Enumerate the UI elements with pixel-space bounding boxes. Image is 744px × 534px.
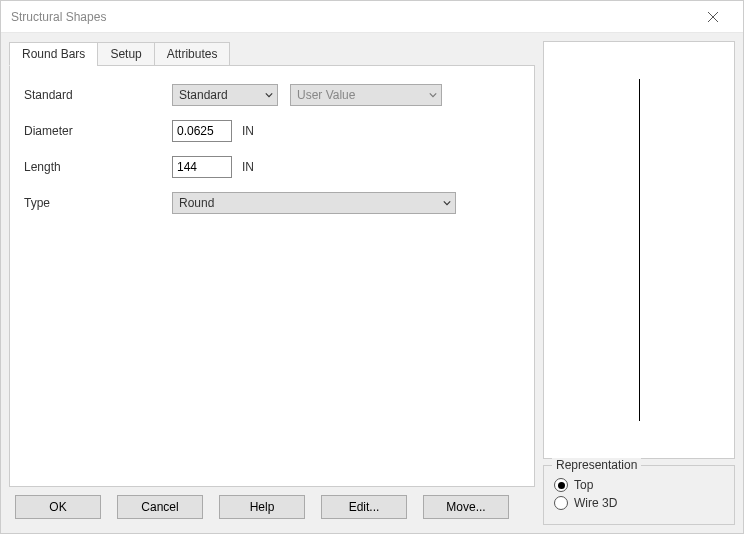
radio-label: Wire 3D	[574, 496, 617, 510]
dialog-window: Structural Shapes Round Bars Setup Attri…	[0, 0, 744, 534]
tab-label: Setup	[110, 47, 141, 61]
button-row: OK Cancel Help Edit... Move...	[9, 487, 535, 525]
radio-top[interactable]: Top	[554, 478, 724, 492]
tab-round-bars[interactable]: Round Bars	[9, 42, 98, 66]
cancel-button[interactable]: Cancel	[117, 495, 203, 519]
radio-icon	[554, 478, 568, 492]
row-length: Length IN	[24, 156, 520, 178]
chevron-down-icon	[265, 88, 273, 102]
tab-setup[interactable]: Setup	[97, 42, 154, 66]
standard-label: Standard	[24, 88, 172, 102]
representation-legend: Representation	[552, 458, 641, 472]
type-label: Type	[24, 196, 172, 210]
diameter-input[interactable]	[172, 120, 232, 142]
user-value-dropdown[interactable]: User Value	[290, 84, 442, 106]
preview-pane	[543, 41, 735, 459]
tab-strip: Round Bars Setup Attributes	[9, 42, 535, 66]
radio-label: Top	[574, 478, 593, 492]
length-label: Length	[24, 160, 172, 174]
tab-panel: Standard Standard User Value Diameter IN	[9, 65, 535, 487]
ok-button[interactable]: OK	[15, 495, 101, 519]
close-button[interactable]	[693, 2, 733, 32]
radio-icon	[554, 496, 568, 510]
right-column: Representation Top Wire 3D	[543, 41, 735, 525]
chevron-down-icon	[443, 196, 451, 210]
diameter-label: Diameter	[24, 124, 172, 138]
content-area: Round Bars Setup Attributes Standard Sta…	[1, 33, 743, 533]
standard-dropdown[interactable]: Standard	[172, 84, 278, 106]
chevron-down-icon	[429, 88, 437, 102]
tab-attributes[interactable]: Attributes	[154, 42, 231, 66]
preview-shape	[639, 79, 640, 420]
radio-wire3d[interactable]: Wire 3D	[554, 496, 724, 510]
representation-group: Representation Top Wire 3D	[543, 465, 735, 525]
diameter-unit: IN	[242, 124, 254, 138]
window-title: Structural Shapes	[11, 10, 693, 24]
row-diameter: Diameter IN	[24, 120, 520, 142]
left-column: Round Bars Setup Attributes Standard Sta…	[9, 41, 535, 525]
close-icon	[708, 12, 718, 22]
type-dropdown[interactable]: Round	[172, 192, 456, 214]
tab-label: Attributes	[167, 47, 218, 61]
help-button[interactable]: Help	[219, 495, 305, 519]
row-type: Type Round	[24, 192, 520, 214]
row-standard: Standard Standard User Value	[24, 84, 520, 106]
dropdown-value: Standard	[179, 88, 228, 102]
tab-label: Round Bars	[22, 47, 85, 61]
move-button[interactable]: Move...	[423, 495, 509, 519]
dropdown-value: User Value	[297, 88, 355, 102]
dropdown-value: Round	[179, 196, 214, 210]
length-input[interactable]	[172, 156, 232, 178]
edit-button[interactable]: Edit...	[321, 495, 407, 519]
titlebar: Structural Shapes	[1, 1, 743, 33]
length-unit: IN	[242, 160, 254, 174]
